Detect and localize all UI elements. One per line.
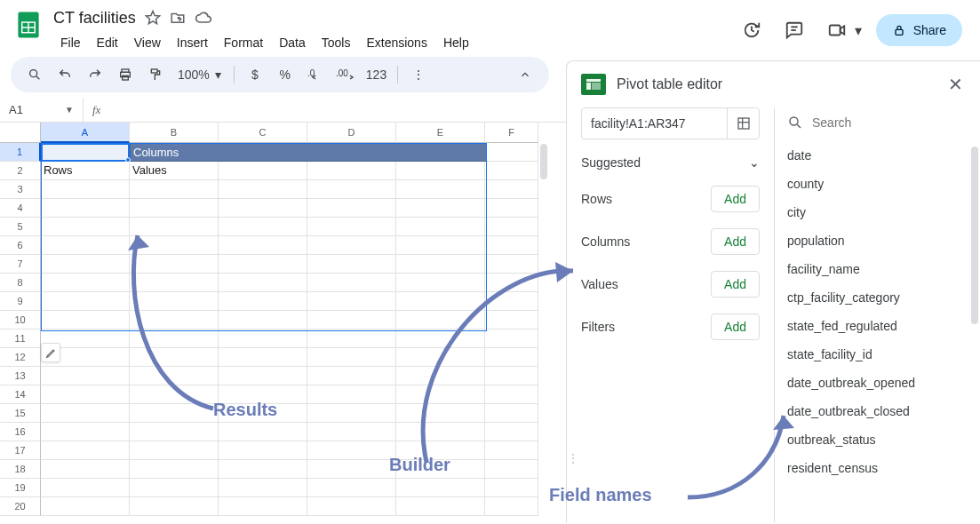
cell[interactable]: Values: [130, 162, 219, 180]
cloud-status-icon[interactable]: [195, 9, 212, 27]
cell[interactable]: [130, 479, 219, 497]
cell[interactable]: [396, 199, 485, 218]
col-header[interactable]: E: [396, 123, 485, 143]
row-header[interactable]: 12: [0, 348, 41, 367]
row-header[interactable]: 19: [0, 479, 41, 497]
meet-caret-icon[interactable]: ▾: [855, 22, 862, 39]
more-toolbar-icon[interactable]: ⋮: [405, 61, 432, 88]
row-header[interactable]: 2: [0, 162, 41, 180]
row-header[interactable]: 16: [0, 423, 41, 441]
currency-button[interactable]: $: [242, 61, 268, 88]
col-header[interactable]: C: [219, 123, 307, 143]
cell[interactable]: [307, 199, 396, 218]
col-header[interactable]: B: [130, 123, 219, 143]
star-icon[interactable]: [145, 10, 161, 26]
cell[interactable]: [396, 236, 485, 255]
cell[interactable]: [485, 143, 538, 162]
cell[interactable]: [485, 199, 538, 218]
col-header[interactable]: F: [485, 123, 538, 143]
cell[interactable]: [396, 497, 485, 516]
cell[interactable]: [307, 460, 396, 479]
cell[interactable]: [41, 199, 130, 218]
search-menu-icon[interactable]: [21, 61, 48, 88]
cell[interactable]: [307, 329, 396, 348]
cell[interactable]: [307, 479, 396, 497]
cell[interactable]: [41, 441, 130, 460]
row-header[interactable]: 10: [0, 311, 41, 329]
row-header[interactable]: 11: [0, 329, 41, 348]
row-header[interactable]: 17: [0, 441, 41, 460]
sheets-logo[interactable]: [11, 7, 46, 43]
cell[interactable]: [41, 460, 130, 479]
col-header[interactable]: D: [307, 123, 396, 143]
select-range-icon[interactable]: [727, 108, 759, 139]
cell[interactable]: [41, 404, 130, 423]
cell[interactable]: [485, 236, 538, 255]
cell[interactable]: [219, 479, 307, 497]
meet-icon[interactable]: [823, 16, 851, 44]
cell[interactable]: [307, 180, 396, 199]
row-header[interactable]: 13: [0, 367, 41, 385]
range-input[interactable]: facility!A1:AR347: [582, 116, 727, 131]
increase-decimal-button[interactable]: .00: [332, 61, 359, 88]
add-values-button[interactable]: Add: [711, 271, 760, 298]
vertical-scrollbar[interactable]: [540, 144, 547, 179]
cell[interactable]: [41, 423, 130, 441]
row-header[interactable]: 4: [0, 199, 41, 218]
cell[interactable]: [41, 292, 130, 311]
menu-extensions[interactable]: Extensions: [359, 32, 434, 53]
cell[interactable]: [219, 497, 307, 516]
share-button[interactable]: Share: [876, 14, 962, 46]
cell[interactable]: [41, 311, 130, 329]
menu-tools[interactable]: Tools: [315, 32, 358, 53]
field-item[interactable]: date: [775, 141, 980, 170]
cell[interactable]: [307, 311, 396, 329]
cell[interactable]: [307, 367, 396, 385]
field-item[interactable]: city: [775, 198, 980, 226]
cell[interactable]: [307, 497, 396, 516]
cell[interactable]: Rows: [41, 162, 130, 180]
field-item[interactable]: facility_name: [775, 255, 980, 283]
cell[interactable]: [485, 162, 538, 180]
cell[interactable]: [41, 367, 130, 385]
cell[interactable]: [396, 479, 485, 497]
field-search-input[interactable]: [812, 115, 968, 130]
menu-insert[interactable]: Insert: [170, 32, 215, 53]
cell[interactable]: [307, 348, 396, 367]
row-header[interactable]: 1: [0, 143, 41, 162]
menu-format[interactable]: Format: [217, 32, 270, 53]
name-box[interactable]: A1▼: [0, 98, 84, 122]
select-all-corner[interactable]: [0, 123, 41, 143]
col-header[interactable]: A: [41, 123, 130, 143]
cell[interactable]: [396, 162, 485, 180]
move-icon[interactable]: [170, 10, 186, 26]
row-header[interactable]: 8: [0, 274, 41, 292]
cell[interactable]: [219, 199, 307, 218]
field-item[interactable]: resident_census: [775, 454, 980, 482]
history-icon[interactable]: [737, 16, 766, 44]
field-item[interactable]: state_facility_id: [775, 340, 980, 369]
add-columns-button[interactable]: Add: [711, 228, 760, 255]
row-header[interactable]: 6: [0, 236, 41, 255]
decrease-decimal-button[interactable]: .0: [302, 61, 329, 88]
cell[interactable]: [41, 218, 130, 236]
menu-edit[interactable]: Edit: [90, 32, 125, 53]
cell[interactable]: [130, 180, 219, 199]
percent-button[interactable]: %: [272, 61, 299, 88]
collapse-toolbar-icon[interactable]: [512, 61, 538, 88]
zoom-select[interactable]: 100% ▾: [172, 67, 227, 82]
field-item[interactable]: population: [775, 226, 980, 255]
add-rows-button[interactable]: Add: [711, 186, 760, 212]
cell[interactable]: [396, 180, 485, 199]
row-header[interactable]: 18: [0, 460, 41, 479]
cell[interactable]: [130, 199, 219, 218]
undo-icon[interactable]: [52, 61, 78, 88]
menu-file[interactable]: File: [53, 32, 88, 53]
cell[interactable]: [41, 236, 130, 255]
cell[interactable]: [41, 274, 130, 292]
field-item[interactable]: date_outbreak_closed: [775, 397, 980, 425]
cell[interactable]: [41, 255, 130, 274]
cell[interactable]: [41, 385, 130, 404]
cell[interactable]: [307, 236, 396, 255]
doc-title[interactable]: CT facilities: [53, 9, 136, 28]
